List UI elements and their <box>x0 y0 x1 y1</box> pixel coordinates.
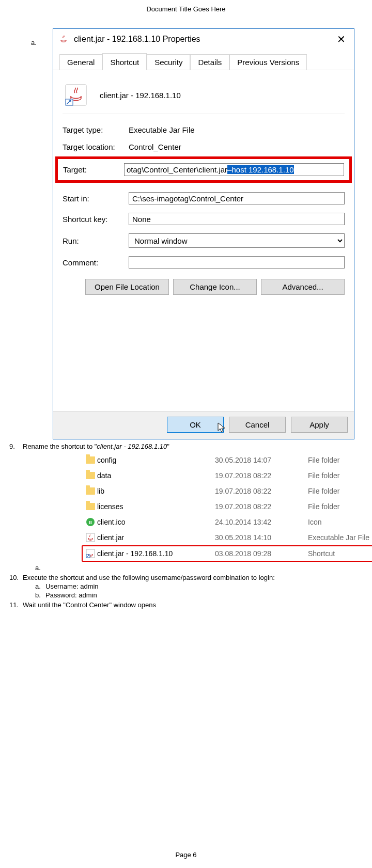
file-name-label: client.jar - 192.168.1.10 <box>100 91 181 100</box>
file-date: 30.05.2018 14:10 <box>215 533 308 542</box>
advanced-button[interactable]: Advanced... <box>261 279 345 295</box>
dialog-empty-space <box>63 300 345 411</box>
step-10-sublist: Username: admin Password: admin <box>23 582 366 599</box>
file-row[interactable]: client.jar30.05.2018 14:10Executable Jar… <box>84 530 372 545</box>
target-input[interactable]: otag\Control_Center\client.jar –host 192… <box>124 163 344 176</box>
tab-shortcut[interactable]: Shortcut <box>102 53 147 70</box>
highlighted-target-row: Target: otag\Control_Center\client.jar –… <box>55 156 352 183</box>
step-9-prefix: Rename the shortcut to " <box>23 443 97 450</box>
file-row[interactable]: ııclient.ico24.10.2014 13:42Icon <box>84 514 372 530</box>
label-target-location: Target location: <box>63 143 129 151</box>
file-type: Executable Jar File <box>308 533 369 542</box>
label-start-in: Start in: <box>63 194 129 203</box>
properties-dialog: client.jar - 192.168.1.10 Properties ✕ G… <box>53 28 354 439</box>
file-type: File folder <box>308 502 339 511</box>
label-comment: Comment: <box>63 258 129 267</box>
label-shortcut-key: Shortcut key: <box>63 215 129 224</box>
file-name: data <box>97 471 215 480</box>
step-9a-empty <box>23 564 366 572</box>
row-start-in: Start in: <box>63 188 345 209</box>
target-value-prefix: otag\Control_Center\client.jar <box>127 165 227 174</box>
file-name: client.jar - 192.168.1.10 <box>97 549 215 558</box>
instruction-list: Rename the shortcut to "client.jar - 192… <box>6 443 366 609</box>
file-row[interactable]: client.jar - 192.168.1.1003.08.2018 09:2… <box>82 545 372 562</box>
file-type: Shortcut <box>308 549 335 558</box>
folder-icon <box>86 472 95 479</box>
close-icon[interactable]: ✕ <box>333 32 350 46</box>
row-run: Run: Normal window <box>63 229 345 252</box>
file-date: 19.07.2018 08:22 <box>215 502 308 511</box>
ok-label: OK <box>190 420 201 429</box>
file-row[interactable]: config30.05.2018 14:07File folder <box>84 452 372 468</box>
file-date: 03.08.2018 09:28 <box>215 549 308 558</box>
row-target-type: Target type: Executable Jar File <box>63 121 345 138</box>
shortcut-key-input[interactable] <box>129 213 345 225</box>
apply-button[interactable]: Apply <box>291 417 348 433</box>
change-icon-button[interactable]: Change Icon... <box>173 279 257 295</box>
value-target-location: Control_Center <box>129 143 181 151</box>
comment-input[interactable] <box>129 256 345 269</box>
step-9-filename: client.jar - 192.168.1.10 <box>97 443 167 450</box>
jar-icon <box>58 34 69 44</box>
folder-icon <box>86 456 95 464</box>
file-row[interactable]: lib19.07.2018 08:22File folder <box>84 483 372 499</box>
start-in-input[interactable] <box>129 192 345 204</box>
tab-general[interactable]: General <box>59 54 102 70</box>
file-name: lib <box>97 487 215 495</box>
folder-icon <box>86 503 95 510</box>
step-10: Execute the shortcut and use the followi… <box>6 574 366 599</box>
file-type: File folder <box>308 471 339 480</box>
tab-security[interactable]: Security <box>147 54 190 70</box>
step-10a: Username: admin <box>23 582 366 590</box>
file-name: config <box>97 456 215 464</box>
step-9-suffix: " <box>167 443 169 450</box>
step-10b: Password: admin <box>23 591 366 599</box>
row-target-location: Target location: Control_Center <box>63 138 345 155</box>
run-select[interactable]: Normal window <box>129 233 345 248</box>
row-comment: Comment: <box>63 252 345 273</box>
file-type: File folder <box>308 456 339 464</box>
window-title: client.jar - 192.168.1.10 Properties <box>74 35 200 44</box>
page-header: Document Title Goes Here <box>6 5 366 13</box>
tab-previous-versions[interactable]: Previous Versions <box>229 54 307 70</box>
ok-button[interactable]: OK <box>167 417 224 433</box>
jar-icon <box>86 533 95 542</box>
file-name: client.ico <box>97 518 215 526</box>
file-row[interactable]: data19.07.2018 08:22File folder <box>84 468 372 483</box>
explorer-listing: config30.05.2018 14:07File folderdata19.… <box>84 452 372 562</box>
file-date: 19.07.2018 08:22 <box>215 471 308 480</box>
file-type: Icon <box>308 518 321 526</box>
label-target-type: Target type: <box>63 125 129 134</box>
file-name: client.jar <box>97 533 215 542</box>
page-footer: Page 6 <box>0 851 372 859</box>
file-type: File folder <box>308 487 339 495</box>
ico-icon: ıı <box>86 518 95 526</box>
target-value-selection: –host 192.168.1.10 <box>227 165 293 174</box>
open-file-location-button[interactable]: Open File Location <box>85 279 169 295</box>
step-10-text: Execute the shortcut and use the followi… <box>23 574 275 581</box>
label-run: Run: <box>63 236 129 245</box>
file-name: licenses <box>97 502 215 511</box>
titlebar: client.jar - 192.168.1.10 Properties ✕ <box>53 29 354 50</box>
jar-shortcut-icon <box>65 84 87 106</box>
label-target: Target: <box>63 165 124 174</box>
file-date: 19.07.2018 08:22 <box>215 487 308 495</box>
shortcut-button-row: Open File Location Change Icon... Advanc… <box>63 278 345 300</box>
tabs: General Shortcut Security Details Previo… <box>53 53 354 70</box>
row-shortcut-key: Shortcut key: <box>63 209 345 229</box>
file-row[interactable]: licenses19.07.2018 08:22File folder <box>84 499 372 514</box>
cursor-icon <box>217 422 226 434</box>
cancel-button[interactable]: Cancel <box>229 417 286 433</box>
value-target-type: Executable Jar File <box>129 125 195 134</box>
folder-icon <box>86 487 95 495</box>
file-date: 30.05.2018 14:07 <box>215 456 308 464</box>
step-9-sublist <box>23 564 366 572</box>
shortcut-icon <box>86 549 95 558</box>
step-11: Wait until the "Control Center" window o… <box>6 601 366 609</box>
file-header: client.jar - 192.168.1.10 <box>63 80 345 114</box>
dialog-footer: OK Cancel Apply <box>53 411 354 439</box>
tab-details[interactable]: Details <box>190 54 229 70</box>
step-9: Rename the shortcut to "client.jar - 192… <box>6 443 366 572</box>
file-date: 24.10.2014 13:42 <box>215 518 308 526</box>
